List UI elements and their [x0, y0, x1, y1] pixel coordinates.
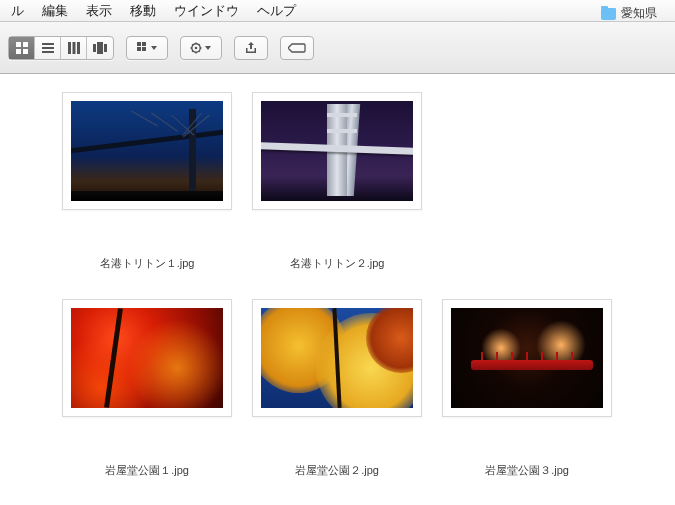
- menubar: ル 編集 表示 移動 ウインドウ ヘルプ: [0, 0, 675, 22]
- file-grid: 名港トリトン１.jpg 名港トリトン２.jpg: [0, 74, 675, 505]
- file-item[interactable]: 岩屋堂公園３.jpg: [434, 299, 620, 496]
- svg-rect-2: [16, 49, 21, 54]
- file-item[interactable]: 岩屋堂公園１.jpg: [54, 299, 240, 496]
- menu-edit[interactable]: 編集: [33, 2, 77, 20]
- file-name: 名港トリトン２.jpg: [290, 256, 385, 271]
- thumbnail: [252, 299, 422, 417]
- svg-rect-4: [42, 43, 54, 45]
- svg-point-18: [195, 46, 198, 49]
- toolbar: 愛知県: [0, 22, 675, 74]
- coverflow-view-button[interactable]: [87, 37, 113, 59]
- tags-button[interactable]: [280, 36, 314, 60]
- svg-line-25: [192, 50, 193, 51]
- menu-window[interactable]: ウインドウ: [165, 2, 248, 20]
- share-button[interactable]: [234, 36, 268, 60]
- file-item[interactable]: 名港トリトン２.jpg: [244, 92, 430, 289]
- svg-rect-6: [42, 51, 54, 53]
- svg-rect-9: [77, 42, 80, 54]
- thumbnail: [62, 92, 232, 210]
- svg-rect-15: [137, 47, 141, 51]
- arrange-group: [126, 36, 168, 60]
- menu-help[interactable]: ヘルプ: [248, 2, 305, 20]
- svg-rect-11: [97, 42, 103, 54]
- thumbnail: [442, 299, 612, 417]
- svg-rect-16: [142, 47, 146, 51]
- action-group: [180, 36, 222, 60]
- svg-rect-3: [23, 49, 28, 54]
- svg-rect-5: [42, 47, 54, 49]
- menu-go[interactable]: 移動: [121, 2, 165, 20]
- svg-rect-13: [137, 42, 141, 46]
- file-name: 名港トリトン１.jpg: [100, 256, 195, 271]
- action-button[interactable]: [181, 37, 221, 59]
- menu-partial[interactable]: ル: [2, 2, 33, 20]
- file-name: 岩屋堂公園３.jpg: [485, 463, 569, 478]
- icon-view-button[interactable]: [9, 37, 35, 59]
- svg-rect-0: [16, 42, 21, 47]
- svg-line-26: [199, 44, 200, 45]
- svg-rect-10: [93, 44, 96, 52]
- svg-rect-1: [23, 42, 28, 47]
- file-item[interactable]: 名港トリトン１.jpg: [54, 92, 240, 289]
- menu-view[interactable]: 表示: [77, 2, 121, 20]
- svg-rect-7: [68, 42, 71, 54]
- svg-rect-14: [142, 42, 146, 46]
- arrange-button[interactable]: [127, 37, 167, 59]
- folder-name: 愛知県: [621, 5, 657, 22]
- list-view-button[interactable]: [35, 37, 61, 59]
- file-name: 岩屋堂公園１.jpg: [105, 463, 189, 478]
- column-view-button[interactable]: [61, 37, 87, 59]
- thumbnail: [252, 92, 422, 210]
- file-item[interactable]: 岩屋堂公園２.jpg: [244, 299, 430, 496]
- folder-icon: [601, 8, 616, 20]
- thumbnail: [62, 299, 232, 417]
- svg-rect-8: [72, 42, 75, 54]
- svg-line-24: [199, 50, 200, 51]
- file-name: 岩屋堂公園２.jpg: [295, 463, 379, 478]
- svg-rect-12: [104, 44, 107, 52]
- view-mode-group: [8, 36, 114, 60]
- svg-line-23: [192, 44, 193, 45]
- window-title: 愛知県: [601, 5, 657, 22]
